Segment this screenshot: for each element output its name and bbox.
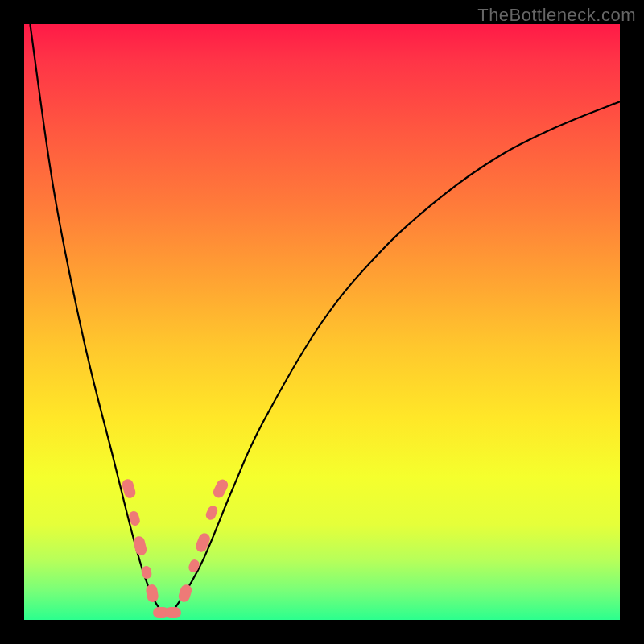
watermark-text: TheBottleneck.com: [477, 5, 636, 26]
bottleneck-curve: [24, 24, 620, 620]
curve-marker: [165, 607, 181, 618]
chart-canvas: TheBottleneck.com: [0, 0, 644, 644]
plot-area: [24, 24, 620, 620]
